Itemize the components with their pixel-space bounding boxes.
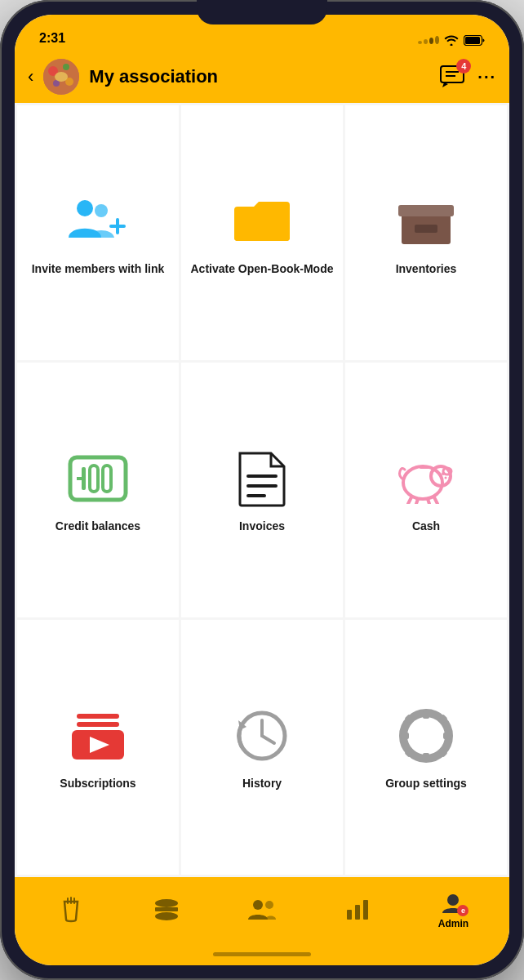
battery-icon (464, 35, 485, 46)
subscriptions-label: Subscriptions (60, 776, 135, 791)
inventories-item[interactable]: Inventories (345, 105, 507, 360)
invoices-icon-wrap (229, 450, 295, 507)
video-icon (69, 712, 127, 760)
svg-point-46 (418, 728, 434, 744)
admin-label: Admin (438, 918, 468, 929)
svg-rect-38 (77, 722, 119, 727)
phone-frame: 2:31 (0, 0, 524, 980)
avatar[interactable] (43, 59, 79, 95)
svg-rect-20 (90, 466, 98, 492)
svg-point-11 (77, 200, 93, 216)
subscriptions-icon-wrap (65, 707, 131, 764)
avatar-image (43, 59, 79, 95)
svg-line-35 (428, 499, 429, 504)
nav-food[interactable] (118, 898, 214, 921)
header: ‹ My association (15, 51, 509, 103)
nav-stats[interactable] (310, 898, 406, 921)
credit-icon (67, 454, 129, 503)
burger-icon (153, 898, 180, 921)
svg-rect-49 (401, 733, 409, 739)
document-icon (235, 450, 289, 507)
inventories-icon-wrap (393, 193, 459, 250)
more-button[interactable]: ··· (477, 68, 496, 87)
svg-line-33 (408, 497, 411, 504)
history-item[interactable]: History (181, 620, 343, 875)
svg-rect-60 (347, 910, 352, 920)
svg-rect-32 (420, 466, 429, 469)
svg-point-30 (445, 476, 447, 479)
invoices-label: Invoices (239, 519, 285, 533)
people-icon (248, 898, 276, 921)
piggy-icon (397, 453, 455, 504)
svg-rect-21 (103, 466, 111, 492)
svg-point-31 (449, 476, 451, 479)
header-actions: 4 ··· (440, 65, 496, 88)
invite-icon-wrap (65, 193, 131, 250)
archive-icon (397, 195, 455, 247)
svg-rect-48 (423, 753, 429, 761)
back-button[interactable]: ‹ (28, 66, 33, 87)
nav-members[interactable] (214, 898, 309, 921)
svg-rect-47 (423, 710, 429, 719)
invite-members-label: Invite members with link (32, 261, 165, 276)
cash-icon-wrap (393, 450, 459, 507)
history-icon-wrap (229, 707, 295, 764)
svg-point-4 (63, 64, 69, 70)
status-time: 2:31 (39, 31, 65, 46)
credit-balances-icon-wrap (65, 450, 131, 507)
home-indicator (15, 942, 509, 965)
svg-point-57 (155, 912, 178, 920)
subscriptions-item[interactable]: Subscriptions (17, 620, 179, 875)
invite-icon (67, 197, 129, 246)
credit-balances-item[interactable]: Credit balances (17, 363, 179, 617)
cup-icon (60, 897, 82, 923)
header-title: My association (89, 66, 430, 87)
group-settings-label: Group settings (385, 776, 467, 791)
svg-rect-50 (443, 733, 451, 739)
svg-rect-61 (355, 905, 360, 920)
history-icon (235, 709, 289, 763)
svg-point-63 (447, 894, 459, 906)
cash-label: Cash (412, 519, 440, 533)
svg-point-7 (55, 72, 68, 82)
svg-point-55 (155, 899, 178, 907)
home-bar (213, 952, 311, 956)
svg-line-43 (262, 736, 274, 743)
nav-admin[interactable]: e Admin (406, 890, 501, 929)
svg-rect-16 (398, 205, 454, 216)
svg-line-36 (434, 497, 437, 504)
phone-screen: 2:31 (15, 15, 509, 965)
svg-point-12 (95, 204, 108, 217)
svg-rect-62 (363, 900, 368, 920)
svg-rect-1 (465, 37, 480, 44)
group-settings-item[interactable]: Group settings (345, 620, 507, 875)
menu-grid: Invite members with link Activate Open-B… (15, 103, 509, 877)
notch (197, 0, 327, 24)
svg-point-29 (442, 472, 445, 475)
folder-icon (231, 195, 293, 247)
cash-item[interactable]: Cash (345, 363, 507, 617)
nav-drinks[interactable] (23, 897, 118, 923)
status-icons (418, 34, 485, 46)
chart-icon (345, 898, 370, 921)
open-book-label: Activate Open-Book-Mode (190, 261, 333, 276)
svg-rect-37 (77, 714, 119, 719)
svg-point-59 (265, 901, 273, 909)
open-book-icon-wrap (229, 193, 295, 250)
invoices-item[interactable]: Invoices (181, 363, 343, 617)
group-settings-icon-wrap (393, 707, 459, 764)
inventories-label: Inventories (396, 261, 457, 276)
svg-point-58 (253, 900, 263, 910)
credit-balances-label: Credit balances (56, 519, 140, 533)
messages-button[interactable]: 4 (440, 65, 464, 88)
svg-point-26 (403, 466, 442, 499)
open-book-item[interactable]: Activate Open-Book-Mode (181, 105, 343, 360)
settings-icon (399, 709, 453, 763)
bottom-nav: e Admin (15, 877, 509, 942)
message-badge: 4 (456, 59, 471, 74)
svg-rect-17 (415, 225, 437, 233)
wifi-icon (444, 34, 459, 46)
invite-members-item[interactable]: Invite members with link (17, 105, 179, 360)
svg-line-34 (416, 499, 418, 504)
history-label: History (242, 776, 282, 791)
